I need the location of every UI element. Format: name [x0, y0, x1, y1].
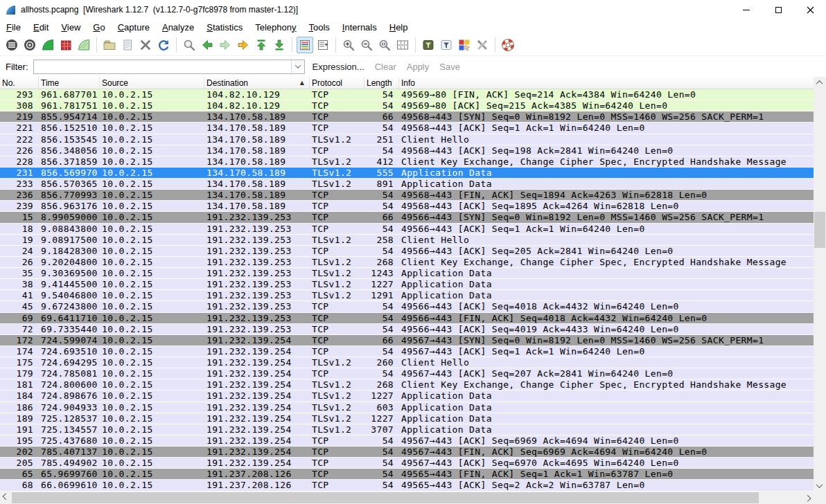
cell-no[interactable]: 174 — [0, 346, 39, 357]
cell-no[interactable]: 308 — [0, 100, 39, 111]
cell-protocol[interactable]: TCP — [310, 246, 364, 256]
cell-time[interactable]: 785.494902 — [39, 458, 100, 468]
find-packet-button[interactable] — [181, 37, 197, 53]
cell-length[interactable]: 54 — [364, 89, 399, 100]
cell-source[interactable]: 10.0.2.15 — [100, 413, 204, 424]
packet-row[interactable]: 181724.80060010.0.2.15191.232.139.254TLS… — [0, 379, 814, 390]
cell-protocol[interactable]: TCP — [310, 324, 364, 334]
cell-no[interactable]: 38 — [0, 279, 39, 289]
horizontal-scrollbar-thumb[interactable] — [12, 492, 759, 503]
cell-no[interactable]: 26 — [0, 257, 39, 267]
cell-info[interactable]: 49565→443 [FIN, ACK] Seq=1 Ack=1 Win=637… — [399, 469, 814, 479]
cell-source[interactable]: 10.0.2.15 — [100, 212, 204, 222]
packet-row[interactable]: 184724.89867610.0.2.15191.232.139.254TLS… — [0, 390, 814, 402]
cell-destination[interactable]: 191.232.139.253 — [204, 235, 310, 245]
expression-button[interactable]: Expression... — [313, 62, 364, 72]
cell-source[interactable]: 10.0.2.15 — [100, 402, 204, 413]
cell-source[interactable]: 10.0.2.15 — [100, 156, 204, 167]
menu-statistics[interactable]: Statistics — [200, 21, 249, 34]
cell-protocol[interactable]: TLSv1.2 — [310, 379, 364, 390]
save-file-button[interactable] — [119, 37, 136, 53]
cell-length[interactable]: 268 — [364, 379, 399, 390]
cell-length[interactable]: 54 — [364, 123, 399, 133]
cell-protocol[interactable]: TLSv1.2 — [310, 413, 364, 424]
cell-source[interactable]: 10.0.2.15 — [100, 379, 204, 390]
cell-time[interactable]: 961.781751 — [39, 100, 100, 111]
cell-protocol[interactable]: TCP — [310, 435, 364, 446]
cell-no[interactable]: 65 — [0, 469, 39, 479]
cell-time[interactable]: 9.30369500 — [39, 268, 100, 278]
cell-protocol[interactable]: TCP — [310, 212, 364, 222]
packet-row[interactable]: 189.0884380010.0.2.15191.232.139.253TCP5… — [0, 224, 814, 235]
cell-info[interactable]: 49568→443 [FIN, ACK] Seq=1894 Ack=4263 W… — [399, 190, 814, 200]
cell-no[interactable]: 189 — [0, 413, 39, 424]
column-header-source[interactable]: Source — [100, 77, 204, 89]
cell-protocol[interactable]: TCP — [310, 480, 364, 490]
scroll-up-button[interactable] — [814, 77, 825, 89]
open-file-button[interactable] — [101, 37, 118, 53]
cell-time[interactable]: 724.599074 — [39, 335, 100, 345]
cell-no[interactable]: 233 — [0, 179, 39, 189]
cell-source[interactable]: 10.0.2.15 — [100, 134, 204, 145]
cell-time[interactable]: 69.6411710 — [39, 313, 100, 323]
cell-no[interactable]: 41 — [0, 290, 39, 300]
cell-length[interactable]: 1227 — [364, 279, 399, 289]
cell-source[interactable]: 10.0.2.15 — [100, 268, 204, 278]
cell-length[interactable]: 1291 — [364, 290, 399, 300]
cell-source[interactable]: 10.0.2.15 — [100, 246, 204, 256]
packet-row[interactable]: 175724.69429510.0.2.15191.232.139.254TLS… — [0, 357, 814, 368]
cell-protocol[interactable]: TLSv1.2 — [310, 257, 364, 267]
cell-no[interactable]: 175 — [0, 357, 39, 368]
cell-destination[interactable]: 134.170.58.189 — [204, 156, 310, 167]
packet-row[interactable]: 459.6724380010.0.2.15191.232.139.253TCP5… — [0, 301, 814, 312]
cell-info[interactable]: Application Data — [399, 290, 814, 300]
cell-no[interactable]: 35 — [0, 268, 39, 278]
cell-destination[interactable]: 191.237.208.126 — [204, 480, 310, 490]
cell-length[interactable]: 54 — [364, 458, 399, 468]
cell-destination[interactable]: 191.232.139.253 — [204, 257, 310, 267]
cell-length[interactable]: 54 — [364, 447, 399, 457]
column-header-destination[interactable]: Destination▲ — [204, 77, 310, 89]
horizontal-scrollbar[interactable] — [0, 492, 814, 504]
cell-destination[interactable]: 191.232.139.254 — [204, 447, 310, 457]
cell-info[interactable]: 49566→443 [FIN, ACK] Seq=4018 Ack=4432 W… — [399, 313, 814, 323]
cell-protocol[interactable]: TCP — [310, 111, 364, 122]
cell-length[interactable]: 251 — [364, 134, 399, 145]
cell-info[interactable]: Application Data — [399, 424, 814, 435]
cell-no[interactable]: 24 — [0, 246, 39, 256]
cell-destination[interactable]: 191.232.139.253 — [204, 279, 310, 289]
cell-time[interactable]: 9.54046800 — [39, 290, 100, 300]
menu-capture[interactable]: Capture — [112, 21, 156, 34]
cell-source[interactable]: 10.0.2.15 — [100, 168, 204, 178]
cell-length[interactable]: 54 — [364, 368, 399, 379]
cell-protocol[interactable]: TCP — [310, 100, 364, 111]
cell-destination[interactable]: 134.170.58.189 — [204, 111, 310, 122]
cell-protocol[interactable]: TCP — [310, 301, 364, 312]
cell-no[interactable]: 19 — [0, 235, 39, 245]
cell-protocol[interactable]: TLSv1.2 — [310, 235, 364, 245]
cell-destination[interactable]: 191.232.139.253 — [204, 324, 310, 334]
cell-destination[interactable]: 191.232.139.253 — [204, 268, 310, 278]
cell-source[interactable]: 10.0.2.15 — [100, 201, 204, 211]
minimize-button[interactable] — [730, 0, 762, 19]
menu-file[interactable]: File — [0, 21, 27, 34]
cell-time[interactable]: 725.134557 — [39, 424, 100, 435]
cell-time[interactable]: 856.770993 — [39, 190, 100, 200]
cell-no[interactable]: 236 — [0, 190, 39, 200]
menu-go[interactable]: Go — [87, 21, 111, 34]
cell-info[interactable]: 49566→443 [ACK] Seq=1 Ack=1 Win=64240 Le… — [399, 224, 814, 234]
scroll-left-button[interactable] — [0, 492, 12, 503]
cell-length[interactable]: 54 — [364, 346, 399, 357]
cell-no[interactable]: 69 — [0, 313, 39, 323]
cell-destination[interactable]: 134.170.58.189 — [204, 123, 310, 133]
packet-row[interactable]: 191725.13455710.0.2.15191.232.139.254TLS… — [0, 424, 814, 435]
cell-protocol[interactable]: TCP — [310, 346, 364, 357]
packet-row[interactable]: 199.0891750010.0.2.15191.232.139.253TLSv… — [0, 235, 814, 246]
cell-destination[interactable]: 134.170.58.189 — [204, 145, 310, 156]
cell-destination[interactable]: 191.232.139.254 — [204, 335, 310, 345]
cell-destination[interactable]: 191.232.139.253 — [204, 224, 310, 234]
coloring-rules-button[interactable] — [456, 37, 473, 53]
cell-source[interactable]: 10.0.2.15 — [100, 224, 204, 234]
packet-row[interactable]: 6866.069961010.0.2.15191.237.208.126TCP5… — [0, 480, 814, 491]
cell-length[interactable]: 66 — [364, 335, 399, 345]
